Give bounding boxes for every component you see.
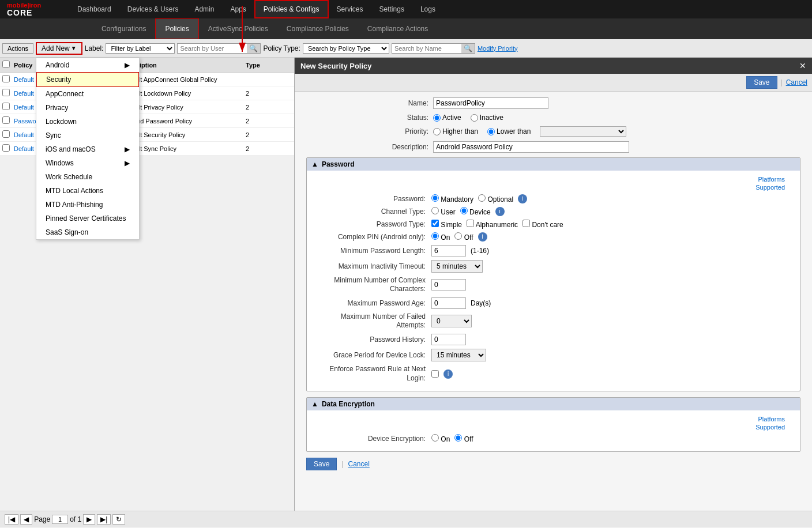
channel-user-radio[interactable] [431, 207, 439, 214]
subnav-activesync[interactable]: ActiveSync Policies [199, 18, 277, 39]
channel-device-radio[interactable] [460, 207, 468, 214]
passtype-alphanum-checkbox[interactable] [467, 220, 474, 227]
nav-logs[interactable]: Logs [412, 0, 443, 18]
password-mandatory-radio[interactable] [431, 194, 439, 202]
panel-header: New Security Policy ✕ [295, 58, 812, 74]
complexpin-on-radio[interactable] [431, 232, 439, 240]
row-checkbox[interactable] [2, 144, 10, 152]
row-checkbox[interactable] [2, 75, 10, 82]
pass-history-input[interactable] [431, 334, 466, 345]
password-section: ▲ Password PlatformsSupported Password: … [306, 157, 800, 391]
menu-item-sync[interactable]: Sync [36, 129, 139, 142]
passtype-simple-checkbox[interactable] [431, 220, 439, 227]
max-failed-select[interactable]: 0 3 5 10 [431, 315, 472, 327]
password-info-icon[interactable]: i [518, 194, 527, 203]
search-name-input[interactable] [392, 44, 461, 52]
nav-apps[interactable]: Apps [222, 0, 254, 18]
section-collapse-icon[interactable]: ▲ [311, 160, 318, 168]
select-all-checkbox[interactable] [2, 61, 10, 68]
modify-priority-link[interactable]: Modify Priority [478, 45, 518, 52]
enforce-pass-checkbox[interactable] [431, 370, 439, 378]
subnav-compliance-actions[interactable]: Compliance Actions [358, 18, 437, 39]
pass-history-control [431, 334, 466, 345]
subnav-configurations[interactable]: Configurations [92, 18, 155, 39]
col-description: Description [122, 62, 246, 69]
refresh-button[interactable]: ↻ [112, 514, 125, 525]
policy-type-select[interactable]: Search by Policy Type [303, 43, 389, 54]
submenu-arrow-icon: ▶ [125, 61, 130, 69]
password-optional-radio[interactable] [478, 194, 486, 202]
search-user-input[interactable] [178, 44, 247, 52]
min-pass-length-input[interactable] [431, 245, 466, 257]
row-checkbox[interactable] [2, 89, 10, 96]
first-page-button[interactable]: |◀ [5, 514, 18, 525]
menu-item-android[interactable]: Android ▶ [36, 58, 139, 72]
label-filter-select[interactable]: Filter by Label [106, 43, 175, 54]
subnav-compliance-policies[interactable]: Compliance Policies [277, 18, 358, 39]
type-cell: 2 [246, 131, 292, 138]
menu-item-lockdown[interactable]: Lockdown [36, 115, 139, 129]
panel-cancel-button[interactable]: Cancel [786, 78, 807, 86]
priority-higher-radio[interactable] [433, 128, 441, 135]
nav-admin[interactable]: Admin [186, 0, 222, 18]
panel-bottom-save-button[interactable]: Save [306, 458, 337, 470]
panel-bottom-cancel-button[interactable]: Cancel [348, 460, 369, 468]
row-checkbox[interactable] [2, 116, 10, 124]
devenc-off-radio[interactable] [454, 434, 462, 442]
menu-item-work-schedule[interactable]: Work Schedule [36, 170, 139, 184]
max-pass-age-input[interactable] [431, 297, 466, 309]
status-inactive-radio[interactable] [471, 114, 478, 122]
min-pass-length-row: Minimum Password Length: (1-16) [316, 245, 791, 257]
menu-item-mtd-anti[interactable]: MTD Anti-Phishing [36, 198, 139, 212]
data-encryption-body: PlatformsSupported Device Encryption: On… [307, 410, 800, 451]
menu-item-ios-macos[interactable]: iOS and macOS ▶ [36, 142, 139, 156]
nav-settings[interactable]: Settings [371, 0, 412, 18]
search-name-button[interactable]: 🔍 [461, 44, 475, 53]
min-pass-length-suffix: (1-16) [471, 247, 489, 255]
priority-select[interactable] [540, 126, 626, 137]
last-page-button[interactable]: ▶| [97, 514, 111, 525]
add-new-button[interactable]: Add New ▼ [36, 42, 82, 55]
panel-close-button[interactable]: ✕ [799, 61, 806, 70]
complexpin-info-icon[interactable]: i [478, 232, 487, 242]
max-pass-age-suffix: Day(s) [471, 299, 491, 307]
name-field [433, 97, 800, 109]
panel-save-button[interactable]: Save [746, 76, 777, 89]
next-page-button[interactable]: ▶ [83, 514, 95, 525]
passtype-dontcare-checkbox[interactable] [522, 220, 530, 227]
subnav-policies[interactable]: Policies [155, 18, 198, 39]
grace-period-select[interactable]: Immediately 1 minute 5 minutes 15 minute… [431, 349, 486, 361]
row-checkbox[interactable] [2, 130, 10, 138]
menu-item-mtd-local[interactable]: MTD Local Actions [36, 184, 139, 198]
menu-item-appconnect[interactable]: AppConnect [36, 87, 139, 101]
page-number-input[interactable] [52, 515, 68, 524]
actions-button[interactable]: Actions [2, 43, 33, 54]
max-inactivity-select[interactable]: 1 minute 2 minutes 5 minutes 10 minutes … [431, 260, 483, 273]
prev-page-button[interactable]: ◀ [20, 514, 32, 525]
enforce-pass-info-icon[interactable]: i [443, 369, 453, 379]
priority-lower-radio[interactable] [487, 128, 495, 135]
desc-cell: Default Lockdown Policy [122, 90, 246, 97]
min-complex-chars-input[interactable] [431, 279, 466, 291]
menu-item-security[interactable]: Security [36, 72, 139, 87]
menu-item-saas[interactable]: SaaS Sign-on [36, 225, 139, 239]
nav-services[interactable]: Services [329, 0, 371, 18]
label-filter-label: Label: [85, 44, 104, 52]
complexpin-off-radio[interactable] [454, 232, 462, 240]
menu-item-privacy[interactable]: Privacy [36, 101, 139, 115]
enforce-pass-control: i [431, 369, 453, 379]
menu-item-pinned[interactable]: Pinned Server Certificates [36, 212, 139, 225]
channel-info-icon[interactable]: i [495, 207, 505, 216]
search-user-button[interactable]: 🔍 [247, 44, 260, 53]
description-input[interactable] [433, 141, 629, 153]
nav-dashboard[interactable]: Dashboard [69, 0, 119, 18]
nav-devices-users[interactable]: Devices & Users [119, 0, 187, 18]
row-checkbox[interactable] [2, 103, 10, 110]
devenc-on-radio[interactable] [431, 434, 439, 442]
menu-item-windows[interactable]: Windows ▶ [36, 156, 139, 170]
name-input[interactable] [433, 97, 548, 109]
nav-policies-configs[interactable]: Policies & Configs [254, 0, 329, 18]
encryption-collapse-icon[interactable]: ▲ [311, 400, 318, 408]
status-active-radio[interactable] [433, 114, 441, 122]
submenu-arrow-icon: ▶ [125, 159, 130, 167]
